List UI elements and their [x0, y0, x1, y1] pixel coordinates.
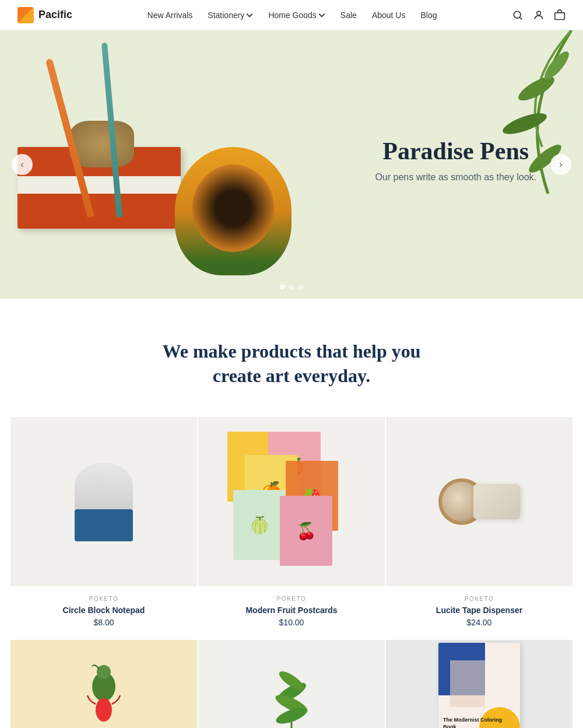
product-image-postcards: 🍋 🍎 🍊 🍓 🍈 🍒 [198, 417, 385, 586]
postcard-5: 🍈 [233, 490, 286, 560]
product-card-coloring-book[interactable]: The Modernist Coloring Book [386, 640, 573, 728]
hero-leaves [455, 30, 583, 217]
nav-item-home-goods[interactable]: Home Goods [262, 7, 331, 23]
products-grid: POKETO Circle Block Notepad $8.00 🍋 🍎 🍊 … [0, 417, 583, 639]
notepad-visual [75, 463, 133, 541]
product-card-plant[interactable] [198, 640, 385, 728]
coloring-book-visual: The Modernist Coloring Book [438, 643, 520, 728]
hero-prev-button[interactable]: ‹ [12, 154, 33, 175]
hero-cork-prop [70, 121, 134, 167]
hero-title: Paradise Pens [375, 137, 536, 165]
cart-icon[interactable] [554, 9, 566, 21]
product-image-plant [198, 640, 385, 728]
product-image-notepad [10, 417, 197, 586]
hero-dot-1[interactable] [280, 285, 285, 289]
product-info-tape: POKETO Lucite Tape Dispenser $24.00 [386, 586, 573, 639]
product-name-postcards: Modern Fruit Postcards [205, 606, 378, 615]
tape-base [473, 484, 520, 519]
product-brand-postcards: POKETO [205, 596, 378, 602]
bird-print-visual [75, 652, 133, 728]
search-icon[interactable] [512, 9, 524, 21]
product-image-bird [10, 640, 197, 728]
notepad-body [75, 509, 133, 541]
product-brand-notepad: POKETO [17, 596, 190, 602]
svg-point-10 [96, 698, 112, 722]
hero-subtitle: Our pens write as smooth as they look. [375, 172, 536, 183]
main-nav: New Arrivals Stationery Home Goods Sale … [142, 7, 443, 23]
header-actions [512, 9, 566, 21]
product-card-notepad[interactable]: POKETO Circle Block Notepad $8.00 [10, 417, 197, 639]
product-price-tape: $24.00 [393, 618, 566, 627]
postcards-visual: 🍋 🍎 🍊 🍓 🍈 🍒 [227, 432, 356, 572]
chevron-down-icon [246, 12, 253, 19]
nav-item-new-arrivals[interactable]: New Arrivals [142, 7, 199, 23]
tape-dispenser-visual [438, 473, 520, 531]
hero-notebook-white [17, 176, 181, 194]
product-info-postcards: POKETO Modern Fruit Postcards $10.00 [198, 586, 385, 639]
product-card-tape[interactable]: POKETO Lucite Tape Dispenser $24.00 [386, 417, 573, 639]
logo-text: Pacific [38, 9, 72, 21]
product-card-postcards[interactable]: 🍋 🍎 🍊 🍓 🍈 🍒 POKETO [198, 417, 385, 639]
product-card-bird[interactable] [10, 640, 197, 728]
chevron-down-icon [318, 12, 325, 19]
product-price-notepad: $8.00 [17, 618, 190, 627]
plant-visual [268, 646, 315, 728]
site-header: Pacific New Arrivals Stationery Home Goo… [0, 0, 583, 30]
product-name-tape: Lucite Tape Dispenser [393, 606, 566, 615]
product-image-coloring-book: The Modernist Coloring Book [386, 640, 573, 728]
product-info-notepad: POKETO Circle Block Notepad $8.00 [10, 586, 197, 639]
hero-pagination [280, 285, 303, 289]
svg-point-9 [97, 665, 111, 679]
tagline-text: We make products that help you create ar… [146, 340, 437, 388]
nav-item-sale[interactable]: Sale [335, 7, 363, 23]
hero-dot-3[interactable] [298, 285, 303, 289]
postcard-6: 🍒 [280, 496, 332, 566]
hero-text-container: Paradise Pens Our pens write as smooth a… [375, 137, 536, 183]
products-grid-row2: The Modernist Coloring Book [0, 639, 583, 728]
hero-papaya-inner [192, 164, 274, 252]
svg-point-0 [514, 11, 521, 18]
svg-point-1 [537, 11, 541, 15]
logo-icon [17, 7, 34, 23]
account-icon[interactable] [533, 9, 545, 21]
product-name-notepad: Circle Block Notepad [17, 606, 190, 615]
hero-next-button[interactable]: › [550, 154, 571, 175]
notepad-top [75, 463, 133, 509]
product-price-postcards: $10.00 [205, 618, 378, 627]
svg-rect-2 [555, 12, 565, 19]
nav-item-blog[interactable]: Blog [415, 7, 442, 23]
logo[interactable]: Pacific [17, 7, 72, 23]
nav-item-about-us[interactable]: About Us [366, 7, 412, 23]
hero-banner: Paradise Pens Our pens write as smooth a… [0, 30, 583, 299]
product-image-tape [386, 417, 573, 586]
nav-item-stationery[interactable]: Stationery [202, 7, 259, 23]
svg-point-4 [500, 109, 549, 138]
coloring-book-title: The Modernist Coloring Book [443, 717, 515, 728]
hero-dot-2[interactable] [289, 285, 294, 289]
tagline-section: We make products that help you create ar… [0, 299, 583, 417]
product-brand-tape: POKETO [393, 596, 566, 602]
